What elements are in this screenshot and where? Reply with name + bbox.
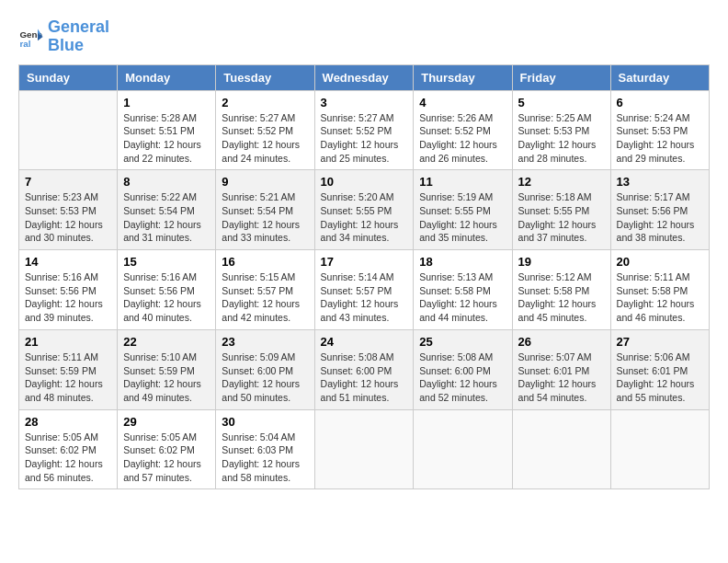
day-info: Sunrise: 5:17 AM Sunset: 5:56 PM Dayligh… [617,190,703,245]
day-info: Sunrise: 5:11 AM Sunset: 5:59 PM Dayligh… [25,350,111,405]
day-number: 10 [321,175,408,189]
calendar-cell: 16Sunrise: 5:15 AM Sunset: 5:57 PM Dayli… [216,250,314,330]
day-number: 17 [321,255,408,269]
day-info: Sunrise: 5:05 AM Sunset: 6:02 PM Dayligh… [25,431,111,485]
column-header-sunday: Sunday [19,64,118,90]
day-info: Sunrise: 5:05 AM Sunset: 6:02 PM Dayligh… [123,431,210,485]
calendar-table: SundayMondayTuesdayWednesdayThursdayFrid… [18,64,710,490]
column-headers: SundayMondayTuesdayWednesdayThursdayFrid… [19,64,710,90]
day-number: 21 [25,335,111,349]
day-number: 7 [25,175,111,189]
day-number: 22 [123,335,210,349]
day-info: Sunrise: 5:16 AM Sunset: 5:56 PM Dayligh… [25,270,111,325]
day-info: Sunrise: 5:15 AM Sunset: 5:57 PM Dayligh… [222,270,308,325]
column-header-monday: Monday [118,64,216,90]
day-info: Sunrise: 5:11 AM Sunset: 5:58 PM Dayligh… [617,270,703,325]
calendar-cell: 7Sunrise: 5:23 AM Sunset: 5:53 PM Daylig… [19,170,118,250]
calendar-cell: 26Sunrise: 5:07 AM Sunset: 6:01 PM Dayli… [512,329,610,409]
calendar-week-3: 14Sunrise: 5:16 AM Sunset: 5:56 PM Dayli… [19,250,710,330]
day-info: Sunrise: 5:19 AM Sunset: 5:55 PM Dayligh… [419,190,506,245]
logo-text: GeneralBlue [48,18,109,55]
calendar-cell: 6Sunrise: 5:24 AM Sunset: 5:53 PM Daylig… [610,90,709,170]
day-number: 5 [518,96,605,109]
calendar-cell: 21Sunrise: 5:11 AM Sunset: 5:59 PM Dayli… [19,329,118,409]
day-info: Sunrise: 5:18 AM Sunset: 5:55 PM Dayligh… [518,190,605,245]
day-number: 19 [518,255,605,269]
calendar-week-4: 21Sunrise: 5:11 AM Sunset: 5:59 PM Dayli… [19,329,710,409]
column-header-saturday: Saturday [610,64,709,90]
calendar-cell: 4Sunrise: 5:26 AM Sunset: 5:52 PM Daylig… [414,90,512,170]
day-number: 27 [617,335,703,349]
column-header-friday: Friday [512,64,610,90]
day-number: 1 [123,96,210,109]
calendar-cell: 25Sunrise: 5:08 AM Sunset: 6:00 PM Dayli… [414,329,512,409]
day-number: 11 [419,175,506,189]
day-number: 2 [222,96,308,109]
day-number: 29 [123,415,210,429]
day-info: Sunrise: 5:13 AM Sunset: 5:58 PM Dayligh… [419,270,506,325]
column-header-tuesday: Tuesday [216,64,314,90]
day-info: Sunrise: 5:12 AM Sunset: 5:58 PM Dayligh… [518,270,605,325]
day-info: Sunrise: 5:08 AM Sunset: 6:00 PM Dayligh… [419,350,506,405]
svg-text:ral: ral [19,39,30,49]
day-info: Sunrise: 5:09 AM Sunset: 6:00 PM Dayligh… [222,350,308,405]
calendar-cell: 11Sunrise: 5:19 AM Sunset: 5:55 PM Dayli… [414,170,512,250]
day-number: 18 [419,255,506,269]
calendar-cell: 15Sunrise: 5:16 AM Sunset: 5:56 PM Dayli… [118,250,216,330]
day-number: 15 [123,255,210,269]
calendar-week-1: 1Sunrise: 5:28 AM Sunset: 5:51 PM Daylig… [19,90,710,170]
column-header-thursday: Thursday [414,64,512,90]
day-info: Sunrise: 5:10 AM Sunset: 5:59 PM Dayligh… [123,350,210,405]
calendar-cell: 22Sunrise: 5:10 AM Sunset: 5:59 PM Dayli… [118,329,216,409]
day-number: 12 [518,175,605,189]
day-number: 20 [617,255,703,269]
calendar-cell: 13Sunrise: 5:17 AM Sunset: 5:56 PM Dayli… [610,170,709,250]
calendar-cell: 30Sunrise: 5:04 AM Sunset: 6:03 PM Dayli… [216,409,314,489]
day-number: 3 [321,96,408,109]
column-header-wednesday: Wednesday [314,64,414,90]
day-info: Sunrise: 5:07 AM Sunset: 6:01 PM Dayligh… [518,350,605,405]
calendar-cell: 10Sunrise: 5:20 AM Sunset: 5:55 PM Dayli… [314,170,414,250]
day-info: Sunrise: 5:24 AM Sunset: 5:53 PM Dayligh… [617,111,703,166]
day-number: 4 [419,96,506,109]
day-number: 23 [222,335,308,349]
calendar-cell [414,409,512,489]
day-info: Sunrise: 5:08 AM Sunset: 6:00 PM Dayligh… [321,350,408,405]
calendar-cell: 8Sunrise: 5:22 AM Sunset: 5:54 PM Daylig… [118,170,216,250]
calendar-cell: 12Sunrise: 5:18 AM Sunset: 5:55 PM Dayli… [512,170,610,250]
day-number: 13 [617,175,703,189]
calendar-cell: 19Sunrise: 5:12 AM Sunset: 5:58 PM Dayli… [512,250,610,330]
day-info: Sunrise: 5:23 AM Sunset: 5:53 PM Dayligh… [25,190,111,245]
day-info: Sunrise: 5:21 AM Sunset: 5:54 PM Dayligh… [222,190,308,245]
calendar-cell: 9Sunrise: 5:21 AM Sunset: 5:54 PM Daylig… [216,170,314,250]
calendar-cell [19,90,118,170]
day-number: 30 [222,415,308,429]
calendar-cell [314,409,414,489]
page-header: Gene ral GeneralBlue [18,18,710,55]
day-number: 8 [123,175,210,189]
day-info: Sunrise: 5:04 AM Sunset: 6:03 PM Dayligh… [222,431,308,485]
calendar-cell: 18Sunrise: 5:13 AM Sunset: 5:58 PM Dayli… [414,250,512,330]
day-info: Sunrise: 5:27 AM Sunset: 5:52 PM Dayligh… [321,111,408,166]
day-info: Sunrise: 5:14 AM Sunset: 5:57 PM Dayligh… [321,270,408,325]
calendar-cell: 1Sunrise: 5:28 AM Sunset: 5:51 PM Daylig… [118,90,216,170]
day-number: 28 [25,415,111,429]
logo: Gene ral GeneralBlue [18,18,109,55]
calendar-week-2: 7Sunrise: 5:23 AM Sunset: 5:53 PM Daylig… [19,170,710,250]
calendar-cell: 23Sunrise: 5:09 AM Sunset: 6:00 PM Dayli… [216,329,314,409]
day-info: Sunrise: 5:26 AM Sunset: 5:52 PM Dayligh… [419,111,506,166]
calendar-cell: 3Sunrise: 5:27 AM Sunset: 5:52 PM Daylig… [314,90,414,170]
calendar-cell: 5Sunrise: 5:25 AM Sunset: 5:53 PM Daylig… [512,90,610,170]
calendar-cell: 2Sunrise: 5:27 AM Sunset: 5:52 PM Daylig… [216,90,314,170]
logo-icon: Gene ral [18,24,44,50]
day-info: Sunrise: 5:06 AM Sunset: 6:01 PM Dayligh… [617,350,703,405]
day-number: 16 [222,255,308,269]
day-info: Sunrise: 5:25 AM Sunset: 5:53 PM Dayligh… [518,111,605,166]
calendar-cell [512,409,610,489]
calendar-cell: 14Sunrise: 5:16 AM Sunset: 5:56 PM Dayli… [19,250,118,330]
day-number: 6 [617,96,703,109]
day-info: Sunrise: 5:16 AM Sunset: 5:56 PM Dayligh… [123,270,210,325]
calendar-cell: 24Sunrise: 5:08 AM Sunset: 6:00 PM Dayli… [314,329,414,409]
calendar-cell: 17Sunrise: 5:14 AM Sunset: 5:57 PM Dayli… [314,250,414,330]
day-info: Sunrise: 5:28 AM Sunset: 5:51 PM Dayligh… [123,111,210,166]
